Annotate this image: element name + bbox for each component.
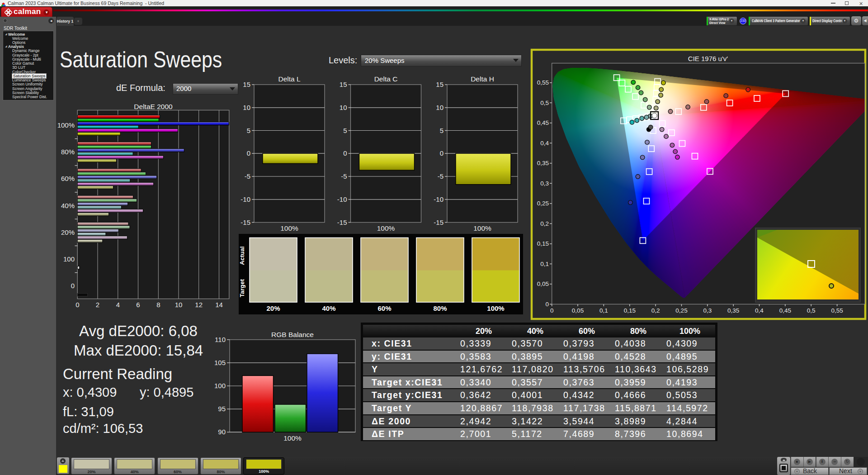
svg-text:0,4: 0,4: [540, 140, 549, 147]
svg-text:0: 0: [545, 301, 549, 308]
svg-text:0,1: 0,1: [599, 307, 608, 314]
svg-text:0,15: 0,15: [624, 307, 636, 314]
svg-text:0,3: 0,3: [703, 307, 712, 314]
svg-text:CIE 1976 u'v': CIE 1976 u'v': [688, 55, 728, 62]
svg-text:0,05: 0,05: [572, 307, 584, 314]
svg-text:0,1: 0,1: [540, 261, 549, 267]
svg-text:0,15: 0,15: [537, 240, 549, 247]
svg-text:0,3: 0,3: [540, 180, 549, 187]
svg-text:0,5: 0,5: [807, 307, 816, 314]
svg-text:0,35: 0,35: [727, 307, 739, 314]
svg-text:0,4: 0,4: [755, 307, 764, 314]
svg-text:0,2: 0,2: [651, 307, 660, 314]
svg-text:0,45: 0,45: [537, 119, 549, 126]
svg-text:0,55: 0,55: [831, 307, 843, 314]
svg-text:0,45: 0,45: [779, 307, 791, 314]
svg-text:0,35: 0,35: [537, 160, 549, 166]
svg-text:0,55: 0,55: [537, 79, 549, 86]
svg-text:0,25: 0,25: [675, 307, 687, 314]
svg-text:0,25: 0,25: [537, 200, 549, 207]
svg-text:0,2: 0,2: [540, 220, 549, 227]
svg-text:0,5: 0,5: [540, 100, 549, 106]
svg-text:0: 0: [550, 307, 554, 314]
svg-text:0,05: 0,05: [537, 280, 549, 287]
